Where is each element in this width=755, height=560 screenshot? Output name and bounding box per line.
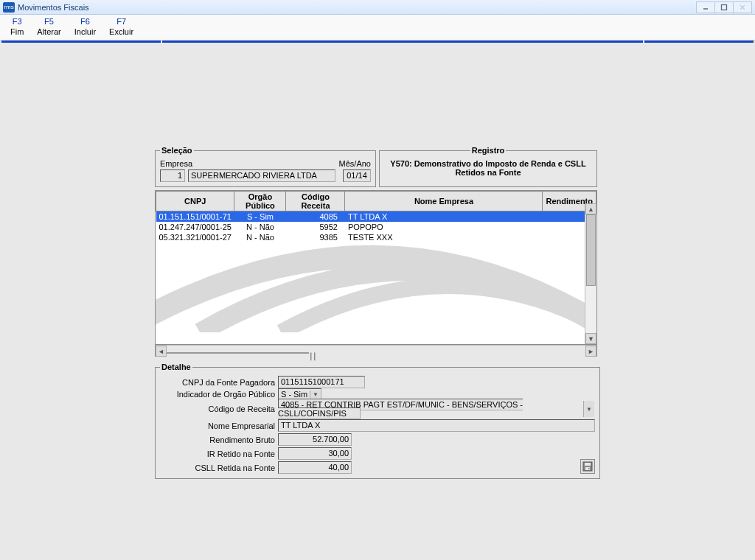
fkey-f3[interactable]: F3Fim <box>6 16 32 37</box>
svg-rect-5 <box>585 463 591 466</box>
function-key-menu: F3Fim F5Alterar F6Incluir F7Excluir <box>0 15 755 41</box>
cell-orgao: N - Não <box>234 232 286 242</box>
work-area: Seleção Empresa Mês/Ano 1 SUPERMERCADO R… <box>0 43 755 560</box>
empresa-label: Empresa <box>160 159 189 168</box>
maximize-button[interactable] <box>714 1 734 13</box>
ir-retido-field[interactable]: 30,00 <box>278 447 352 460</box>
window-title: Movimentos Fiscais <box>18 3 89 12</box>
col-cod[interactable]: Código Receita <box>286 192 345 211</box>
registro-legend: Registro <box>470 146 507 155</box>
mesano-field[interactable]: 01/14 <box>343 169 371 182</box>
nome-empresarial-field[interactable]: TT LTDA X <box>278 419 595 432</box>
nome-empresarial-label: Nome Empresarial <box>160 421 278 430</box>
table-row[interactable]: 01.247.247/0001-25N - Não5952POPOPO <box>156 222 596 232</box>
scroll-left-icon[interactable]: ◄ <box>156 346 167 357</box>
cod-receita-select[interactable]: 4085 - RET CONTRIB PAGT EST/DF/MUNIC - B… <box>278 399 523 419</box>
registro-group: Registro Y570: Demonstrativo do Imposto … <box>379 146 597 187</box>
floppy-disk-icon <box>582 461 593 472</box>
fkey-f6[interactable]: F6Incluir <box>70 16 105 37</box>
empresa-nome-field: SUPERMERCADO RIVIERA LTDA <box>188 169 335 182</box>
col-orgao[interactable]: Orgão Público <box>234 192 286 211</box>
col-nome[interactable]: Nome Empresa <box>345 192 543 211</box>
rendimento-bruto-label: Rendimento Bruto <box>160 435 278 444</box>
cell-cnpj: 05.321.321/0001-27 <box>156 232 234 242</box>
save-button[interactable] <box>580 459 595 474</box>
col-cnpj[interactable]: CNPJ <box>156 192 234 211</box>
grid-vscrollbar[interactable]: ▲ ▼ <box>585 203 596 344</box>
svg-rect-1 <box>722 4 727 10</box>
cell-orgao: S - Sim <box>234 211 286 222</box>
scroll-down-icon[interactable]: ▼ <box>585 333 596 344</box>
minimize-button[interactable] <box>696 1 715 13</box>
selecao-legend: Seleção <box>160 146 194 155</box>
cnpj-fonte-field[interactable]: 01151151000171 <box>278 376 365 388</box>
title-bar: rms Movimentos Fiscais <box>0 0 755 15</box>
mesano-label: Mês/Ano <box>339 159 371 168</box>
selecao-group: Seleção Empresa Mês/Ano 1 SUPERMERCADO R… <box>155 146 376 187</box>
rendimento-bruto-field[interactable]: 52.700,00 <box>278 433 352 446</box>
csll-retida-label: CSLL Retida na Fonte <box>160 463 278 472</box>
cell-cnpj: 01.151.151/0001-71 <box>156 211 234 222</box>
app-icon: rms <box>3 2 15 13</box>
cell-cod: 9385 <box>286 232 345 242</box>
grid-hscrollbar[interactable]: ◄ ┃┃ ► <box>156 345 596 357</box>
cell-cnpj: 01.247.247/0001-25 <box>156 222 234 232</box>
cnpj-fonte-label: CNPJ da Fonte Pagadora <box>160 378 278 387</box>
registro-text: Y570: Demonstrativo do Imposto de Renda … <box>384 159 592 177</box>
csll-retida-field[interactable]: 40,00 <box>278 461 352 474</box>
detalhe-legend: Detalhe <box>160 363 192 371</box>
svg-rect-7 <box>588 468 590 469</box>
indicador-orgao-label: Indicador de Orgão Público <box>160 390 278 399</box>
cell-nome: POPOPO <box>345 222 543 232</box>
cell-orgao: N - Não <box>234 222 286 232</box>
fkey-f5[interactable]: F5Alterar <box>32 16 69 37</box>
table-row[interactable]: 05.321.321/0001-27N - Não9385TESTE XXX <box>156 232 596 242</box>
table-row[interactable]: 01.151.151/0001-71S - Sim4085TT LTDA X <box>156 211 596 222</box>
empresa-cod-field[interactable]: 1 <box>160 169 185 182</box>
ir-retido-label: IR Retido na Fonte <box>160 449 278 458</box>
cell-cod: 5952 <box>286 222 345 232</box>
scroll-right-icon[interactable]: ► <box>585 346 596 357</box>
cod-receita-label: Código de Receita <box>160 405 278 413</box>
cell-nome: TT LTDA X <box>345 211 543 222</box>
close-button[interactable] <box>733 1 752 13</box>
cell-cod: 4085 <box>286 211 345 222</box>
window-controls <box>697 1 752 13</box>
chevron-down-icon[interactable]: ▼ <box>310 391 321 398</box>
cell-nome: TESTE XXX <box>345 232 543 242</box>
fkey-f7[interactable]: F7Excluir <box>105 16 142 37</box>
detalhe-group: Detalhe CNPJ da Fonte Pagadora 011511510… <box>155 363 600 479</box>
scroll-up-icon[interactable]: ▲ <box>585 203 596 214</box>
records-grid[interactable]: CNPJ Orgão Público Código Receita Nome E… <box>155 190 597 345</box>
chevron-down-icon[interactable]: ▼ <box>583 401 594 417</box>
